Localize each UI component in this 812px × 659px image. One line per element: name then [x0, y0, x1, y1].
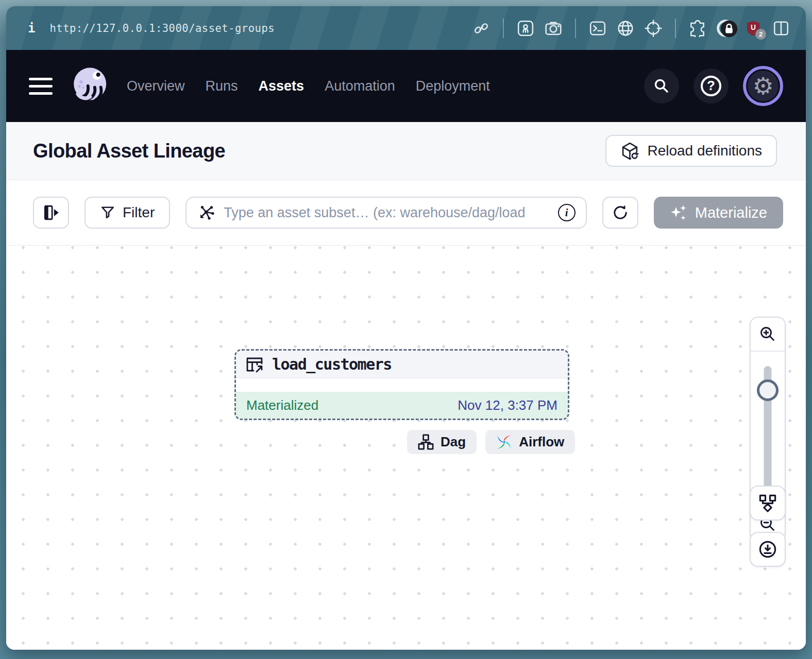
browser-address-bar: i http://127.0.0.1:3000/asset-groups	[6, 6, 806, 50]
help-button[interactable]: ?	[693, 68, 729, 103]
divider	[675, 19, 676, 38]
search-button[interactable]	[644, 68, 679, 103]
puzzle-icon[interactable]	[688, 19, 707, 38]
filter-button[interactable]: Filter	[84, 197, 170, 229]
reload-cube-icon	[620, 142, 639, 161]
download-image-button[interactable]	[750, 532, 786, 567]
asset-subset-search[interactable]: i	[185, 197, 587, 229]
zoom-slider	[751, 352, 785, 507]
reload-definitions-label: Reload definitions	[647, 143, 762, 159]
nav-item-runs[interactable]: Runs	[206, 78, 238, 94]
asset-graph-icon	[197, 203, 215, 222]
target-icon[interactable]	[644, 19, 663, 38]
nav-right-actions: ? ⚙	[644, 66, 783, 106]
info-icon[interactable]: i	[558, 204, 576, 221]
dagster-logo-icon[interactable]	[69, 64, 112, 108]
zoom-slider-thumb[interactable]	[757, 379, 779, 401]
nav-item-automation[interactable]: Automation	[325, 78, 395, 94]
table-asset-icon	[245, 355, 264, 374]
filter-funnel-icon	[100, 205, 115, 220]
tag-airflow-label: Airflow	[519, 434, 564, 450]
hamburger-menu-icon[interactable]	[29, 78, 53, 95]
globe-icon[interactable]	[616, 19, 635, 38]
asset-node-header: load_customers	[236, 351, 568, 378]
status-timestamp[interactable]: Nov 12, 3:37 PM	[458, 397, 557, 413]
extension-flower-icon[interactable]	[516, 19, 535, 38]
zoom-in-icon	[758, 325, 777, 343]
panel-expand-icon	[42, 204, 60, 221]
search-icon	[652, 77, 671, 95]
nav-links: Overview Runs Assets Automation Deployme…	[127, 78, 490, 94]
terminal-icon[interactable]	[588, 19, 607, 38]
nav-item-deployment[interactable]: Deployment	[416, 78, 490, 94]
materialize-button[interactable]: Materialize	[654, 197, 783, 229]
download-icon	[758, 540, 777, 559]
zoom-in-button[interactable]	[751, 318, 785, 352]
tag-dag[interactable]: Dag	[407, 430, 477, 454]
reload-definitions-button[interactable]: Reload definitions	[605, 135, 777, 167]
page-header: Global Asset Lineage Reload definitions	[6, 122, 806, 180]
asset-status-row: Materialized Nov 12, 3:37 PM	[236, 392, 568, 419]
refresh-button[interactable]	[602, 197, 638, 229]
materialize-label: Materialize	[695, 204, 767, 221]
search-input[interactable]	[224, 205, 550, 221]
tag-dag-label: Dag	[441, 434, 466, 450]
tag-airflow[interactable]: Airflow	[485, 430, 575, 454]
page-info-icon[interactable]: i	[28, 21, 35, 36]
lineage-canvas[interactable]: load_customers Materialized Nov 12, 3:37…	[6, 246, 806, 650]
url-text[interactable]: http://127.0.0.1:3000/asset-groups	[49, 22, 275, 34]
refresh-icon	[612, 204, 629, 221]
split-view-icon[interactable]	[772, 19, 790, 38]
svg-text:U: U	[751, 23, 756, 31]
question-mark-icon: ?	[701, 76, 721, 96]
settings-button[interactable]: ⚙	[743, 66, 783, 106]
lineage-toolbar: Filter i	[6, 180, 806, 246]
password-manager-icon[interactable]	[716, 19, 735, 38]
status-badge: Materialized	[246, 397, 318, 413]
browser-toolbar-icons: U 2	[472, 19, 790, 38]
lock-badge-icon	[720, 20, 738, 40]
shield-blocker-icon[interactable]: U 2	[744, 19, 763, 38]
divider	[503, 19, 504, 38]
dag-icon	[418, 434, 434, 450]
rearrange-layout-button[interactable]	[750, 485, 786, 521]
asset-node-load-customers[interactable]: load_customers Materialized Nov 12, 3:37…	[234, 349, 569, 420]
asset-name: load_customers	[272, 355, 392, 373]
shield-badge: 2	[755, 29, 766, 40]
gear-icon: ⚙	[752, 74, 773, 98]
browser-window: i http://127.0.0.1:3000/asset-groups	[6, 6, 806, 650]
app-nav-bar: Overview Runs Assets Automation Deployme…	[6, 50, 806, 122]
nav-item-overview[interactable]: Overview	[127, 78, 185, 94]
asset-tags: Dag Airflow	[407, 430, 575, 454]
link-icon[interactable]	[472, 19, 490, 38]
divider	[575, 19, 576, 38]
filter-label: Filter	[123, 204, 155, 221]
layout-tree-icon	[758, 494, 777, 512]
page-title: Global Asset Lineage	[33, 140, 225, 162]
airflow-icon	[496, 434, 512, 450]
asset-node-body	[236, 378, 568, 392]
open-side-panel-button[interactable]	[33, 197, 69, 229]
screenshot-camera-icon[interactable]	[544, 19, 563, 38]
sparkles-icon	[670, 204, 687, 221]
nav-item-assets[interactable]: Assets	[259, 78, 304, 94]
